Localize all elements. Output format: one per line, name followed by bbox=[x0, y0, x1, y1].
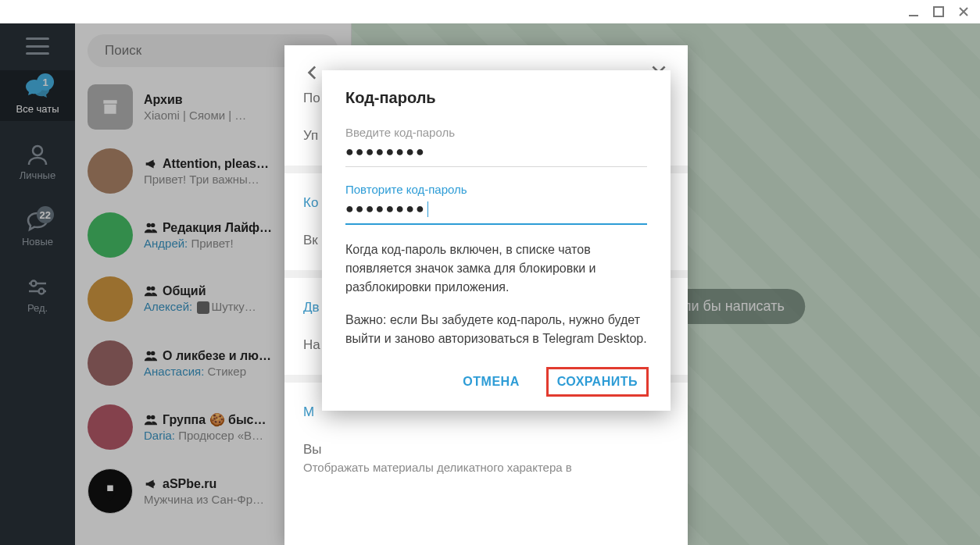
minimize-icon[interactable] bbox=[908, 6, 919, 17]
passcode-dialog: Код-пароль Введите код-пароль ●●●●●●●● П… bbox=[322, 70, 671, 411]
repeat-passcode-label: Повторите код-пароль bbox=[345, 183, 647, 196]
repeat-passcode-input[interactable]: ●●●●●●●● bbox=[345, 201, 647, 225]
save-button[interactable]: СОХРАНИТЬ bbox=[548, 369, 647, 395]
close-icon[interactable] bbox=[958, 6, 969, 17]
dialog-description-1: Когда код-пароль включен, в списке чатов… bbox=[345, 240, 647, 297]
maximize-icon[interactable] bbox=[933, 6, 944, 17]
dialog-description-2: Важно: если Вы забудете код-пароль, нужн… bbox=[345, 311, 647, 348]
enter-passcode-label: Введите код-пароль bbox=[345, 126, 647, 139]
dialog-title: Код-пароль bbox=[345, 89, 647, 107]
enter-passcode-input[interactable]: ●●●●●●●● bbox=[345, 144, 647, 167]
cancel-button[interactable]: ОТМЕНА bbox=[453, 369, 528, 395]
window-controls bbox=[0, 0, 980, 23]
svg-rect-1 bbox=[934, 7, 943, 16]
svg-rect-0 bbox=[909, 15, 918, 16]
